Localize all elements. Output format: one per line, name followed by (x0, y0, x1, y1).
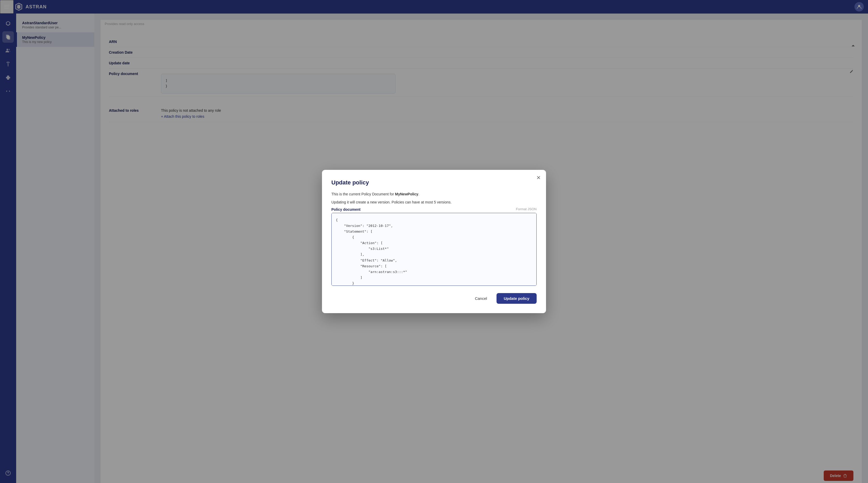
modal-description-1: This is the current Policy Document for … (331, 191, 537, 197)
cancel-button[interactable]: Cancel (469, 293, 493, 304)
modal-close-button[interactable]: ✕ (536, 175, 541, 180)
json-editor[interactable]: { "Version": "2012-10-17", "Statement": … (331, 213, 537, 286)
desc1-end: . (418, 192, 420, 196)
update-policy-button[interactable]: Update policy (497, 293, 537, 304)
policy-name-bold: MyNewPolicy (395, 192, 418, 196)
modal-overlay[interactable]: ✕ Update policy This is the current Poli… (0, 0, 868, 483)
desc1-text: This is the current Policy Document for (331, 192, 395, 196)
modal-actions: Cancel Update policy (331, 293, 537, 304)
update-policy-modal: ✕ Update policy This is the current Poli… (322, 170, 546, 313)
policy-doc-label: Policy document (331, 207, 361, 212)
modal-description-2: Updating it will create a new version. P… (331, 199, 537, 205)
modal-title: Update policy (331, 179, 537, 186)
policy-doc-header: Policy document Format JSON (331, 207, 537, 212)
format-json-link[interactable]: Format JSON (516, 207, 537, 211)
